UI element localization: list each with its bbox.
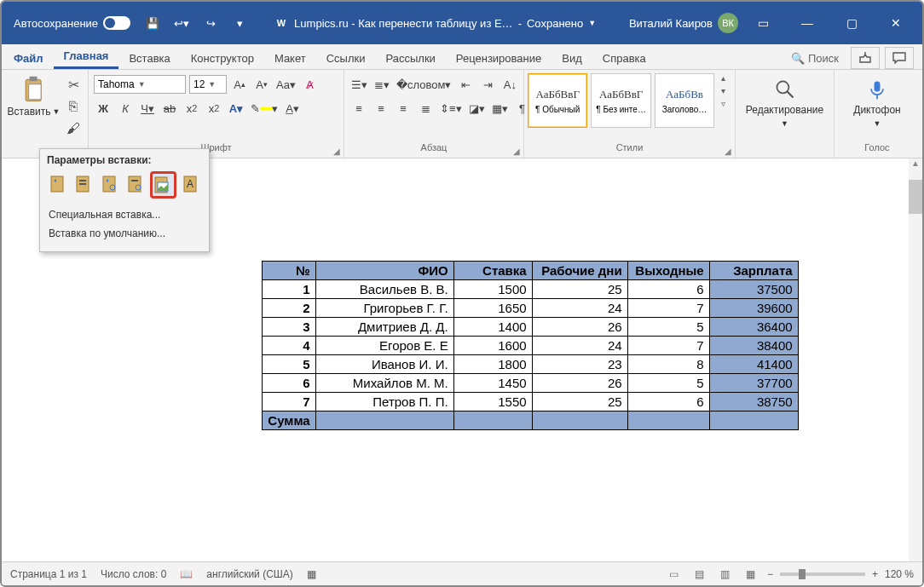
tab-home[interactable]: Главная xyxy=(54,44,119,69)
editing-button[interactable]: Редактирование ▼ xyxy=(741,73,829,128)
table-row: 7Петров П. П.155025638750 xyxy=(263,393,798,411)
word-app-icon: W xyxy=(274,15,289,31)
bullets-icon[interactable]: ☰▾ xyxy=(349,75,369,94)
paste-text-only-icon[interactable]: A xyxy=(180,171,202,195)
format-painter-icon[interactable]: 🖌 xyxy=(64,119,83,138)
style-heading1[interactable]: АаБбВв Заголово… xyxy=(655,73,714,128)
th-zp: Зарплата xyxy=(709,262,798,280)
text-effects-icon[interactable]: A▾ xyxy=(227,99,245,118)
align-right-icon[interactable]: ≡ xyxy=(394,99,413,118)
th-num: № xyxy=(263,262,315,280)
view-print-icon[interactable]: ▥ xyxy=(716,567,735,582)
paste-options-title: Параметры вставки: xyxy=(47,154,202,166)
tab-layout[interactable]: Макет xyxy=(264,47,316,69)
zoom-in-icon[interactable]: + xyxy=(872,568,878,580)
paste-keep-source-icon[interactable] xyxy=(47,171,69,195)
paste-as-picture-icon[interactable] xyxy=(150,171,176,199)
tab-mailings[interactable]: Рассылки xyxy=(375,47,445,69)
change-case-icon[interactable]: Aa▾ xyxy=(274,75,297,94)
styles-launcher-icon[interactable]: ◢ xyxy=(725,147,731,156)
undo-split-icon[interactable]: ↩▾ xyxy=(170,11,193,35)
autosave-label: Автосохранение xyxy=(14,17,98,30)
font-color-icon[interactable]: A▾ xyxy=(283,99,302,118)
tab-view[interactable]: Вид xyxy=(552,47,592,69)
style-normal[interactable]: АаБбВвГ ¶ Обычный xyxy=(528,73,587,128)
table-row: 3Дмитриев Д. Д.140026536400 xyxy=(263,318,798,337)
underline-button[interactable]: Ч▾ xyxy=(138,99,157,118)
paste-special-menu[interactable]: Специальная вставка... xyxy=(47,205,202,224)
sort-icon[interactable]: A↓ xyxy=(500,75,519,94)
paste-default-menu[interactable]: Вставка по умолчанию... xyxy=(47,224,202,243)
zoom-level[interactable]: 120 % xyxy=(885,568,914,580)
paste-link-dest-icon[interactable] xyxy=(124,171,147,195)
paste-use-dest-icon[interactable] xyxy=(72,171,95,195)
justify-icon[interactable]: ≣ xyxy=(416,99,435,118)
line-spacing-icon[interactable]: ⇕≡▾ xyxy=(438,99,464,118)
zoom-out-icon[interactable]: − xyxy=(767,568,773,580)
clear-format-icon[interactable]: A̷ xyxy=(301,75,320,94)
bold-button[interactable]: Ж xyxy=(94,99,113,118)
view-focus-icon[interactable]: ▭ xyxy=(665,567,684,582)
status-words[interactable]: Число слов: 0 xyxy=(101,568,166,580)
zoom-slider[interactable] xyxy=(780,573,865,576)
font-launcher-icon[interactable]: ◢ xyxy=(333,147,340,156)
align-left-icon[interactable]: ≡ xyxy=(349,99,368,118)
vertical-scrollbar[interactable]: ▲ xyxy=(909,158,922,561)
qat-more-icon[interactable]: ▾ xyxy=(228,11,251,35)
svg-text:W: W xyxy=(277,18,286,28)
multilevel-icon[interactable]: �словом▾ xyxy=(395,75,453,94)
status-page[interactable]: Страница 1 из 1 xyxy=(10,568,87,580)
tab-references[interactable]: Ссылки xyxy=(316,47,376,69)
borders-icon[interactable]: ▦▾ xyxy=(490,99,510,118)
styles-gallery-more[interactable]: ▴▾▿ xyxy=(718,73,731,108)
tab-help[interactable]: Справка xyxy=(592,47,656,69)
tab-design[interactable]: Конструктор xyxy=(181,47,264,69)
autosave-toggle[interactable] xyxy=(103,16,130,30)
highlight-icon[interactable]: ✎▾ xyxy=(249,99,280,118)
redo-icon[interactable]: ↪ xyxy=(199,11,222,35)
view-read-icon[interactable]: ▤ xyxy=(690,567,709,582)
increase-indent-icon[interactable]: ⇥ xyxy=(478,75,497,94)
search-box[interactable]: 🔍 Поиск xyxy=(784,52,846,65)
shrink-font-icon[interactable]: A▾ xyxy=(252,75,271,94)
table-row: 4Егоров Е. Е160024738400 xyxy=(263,337,798,355)
dictate-button[interactable]: Диктофон ▼ xyxy=(840,73,915,128)
svg-line-6 xyxy=(787,92,793,98)
status-macro-icon[interactable]: ▦ xyxy=(307,568,316,580)
share-button[interactable] xyxy=(851,47,880,69)
save-status-dropdown-icon[interactable]: ▼ xyxy=(588,19,596,27)
svg-rect-4 xyxy=(28,84,40,100)
superscript-button[interactable]: x2 xyxy=(205,99,223,118)
copy-icon[interactable]: ⎘ xyxy=(64,97,83,116)
shading-icon[interactable]: ◪▾ xyxy=(467,99,487,118)
tab-review[interactable]: Рецензирование xyxy=(446,47,552,69)
align-center-icon[interactable]: ≡ xyxy=(372,99,390,118)
style-no-spacing[interactable]: АаБбВвГ ¶ Без инте… xyxy=(591,73,650,128)
maximize-button[interactable]: ▢ xyxy=(832,3,871,43)
view-web-icon[interactable]: ▦ xyxy=(742,567,760,582)
paste-button[interactable]: Вставить▼ xyxy=(7,73,61,118)
avatar[interactable]: ВК xyxy=(718,13,738,33)
grow-font-icon[interactable]: A▴ xyxy=(230,75,249,94)
font-size-combo[interactable]: 12▼ xyxy=(189,75,227,94)
cut-icon[interactable]: ✂ xyxy=(64,75,83,94)
subscript-button[interactable]: x2 xyxy=(182,99,201,118)
italic-button[interactable]: К xyxy=(116,99,135,118)
close-button[interactable]: ✕ xyxy=(876,3,915,43)
status-proofing-icon[interactable]: 📖 xyxy=(180,568,193,580)
numbering-icon[interactable]: ≣▾ xyxy=(372,75,391,94)
comments-button[interactable] xyxy=(885,47,914,69)
ribbon-options-icon[interactable]: ▭ xyxy=(743,3,783,43)
strike-button[interactable]: ab xyxy=(160,99,179,118)
font-name-combo[interactable]: Tahoma▼ xyxy=(94,75,186,94)
status-language[interactable]: английский (США) xyxy=(206,568,292,580)
th-fio: ФИО xyxy=(315,262,453,280)
decrease-indent-icon[interactable]: ⇤ xyxy=(456,75,475,94)
minimize-button[interactable]: — xyxy=(788,3,827,43)
svg-point-5 xyxy=(777,81,788,93)
paragraph-launcher-icon[interactable]: ◢ xyxy=(513,147,520,156)
paste-link-source-icon[interactable] xyxy=(99,171,121,195)
save-icon[interactable]: 💾 xyxy=(141,11,165,35)
tab-file[interactable]: Файл xyxy=(3,47,54,69)
tab-insert[interactable]: Вставка xyxy=(118,47,180,69)
